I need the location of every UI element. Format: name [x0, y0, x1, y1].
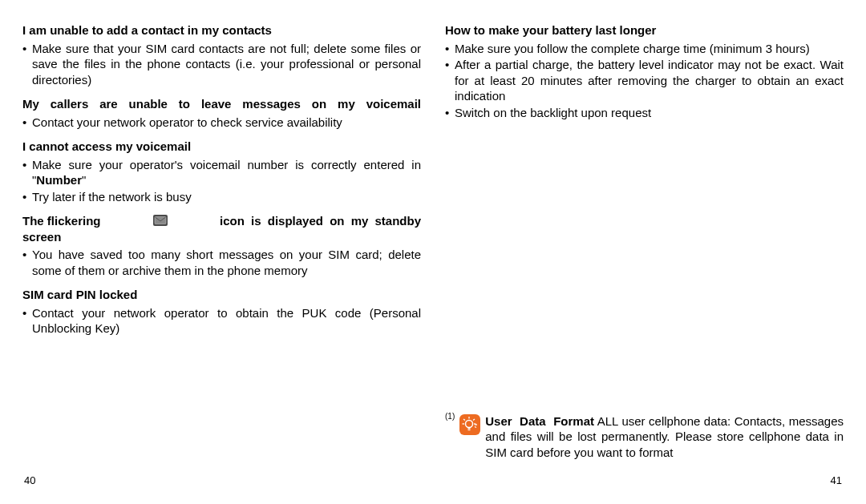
right-column: How to make your battery last longer Mak… — [445, 22, 844, 460]
page-number-right: 41 — [831, 474, 842, 488]
heading-cannot-access-voicemail: I cannot access my voicemail — [22, 139, 421, 155]
list-unable-add-contact: Make sure that your SIM card contacts ar… — [22, 41, 421, 89]
list-item: You have saved too many short messages o… — [22, 247, 421, 278]
svg-line-12 — [475, 426, 476, 427]
list-battery-last-longer: Make sure you follow the complete charge… — [445, 41, 844, 122]
heading-text: screen — [22, 229, 421, 245]
heading-unable-add-contact: I am unable to add a contact in my conta… — [22, 22, 421, 38]
list-flickering-icon: You have saved too many short messages o… — [22, 247, 421, 279]
list-item: Switch on the backlight upon request — [445, 105, 844, 121]
list-item: Make sure that your SIM card contacts ar… — [22, 41, 421, 88]
list-cannot-access-voicemail: Make sure your operator's voicemail numb… — [22, 157, 421, 206]
list-item: Make sure you follow the complete charge… — [445, 41, 844, 57]
svg-rect-2 — [459, 414, 480, 435]
heading-callers-voicemail: My callers are unable to leave messages … — [22, 96, 421, 112]
footnote-text: User Data Format ALL user cellphone data… — [485, 413, 844, 461]
heading-sim-pin-locked: SIM card PIN locked — [22, 287, 421, 303]
heading-text: The flickering — [22, 213, 101, 229]
page-number-left: 40 — [24, 474, 35, 488]
list-item: Make sure your operator's voicemail numb… — [22, 157, 421, 188]
list-callers-voicemail: Contact your network operator to check s… — [22, 115, 421, 131]
footnote: (1) User Data Format ALL user ce — [445, 413, 844, 461]
footnote-number: (1) — [445, 411, 455, 421]
heading-battery-last-longer: How to make your battery last longer — [445, 22, 844, 38]
lightbulb-icon — [459, 414, 480, 435]
list-item: Contact your network operator to obtain … — [22, 305, 421, 337]
page-numbers: 40 41 — [22, 474, 844, 488]
list-item: Contact your network operator to check s… — [22, 115, 421, 131]
heading-flickering-icon: The flickering icon is displayed on my s… — [22, 213, 421, 244]
envelope-icon — [153, 215, 168, 226]
svg-rect-5 — [468, 429, 471, 430]
list-item: Try later if the network is busy — [22, 189, 421, 205]
heading-text: icon is displayed on my standby — [220, 213, 421, 229]
svg-rect-4 — [468, 427, 471, 429]
list-sim-pin-locked: Contact your network operator to obtain … — [22, 305, 421, 337]
left-column: I am unable to add a contact in my conta… — [22, 22, 421, 460]
list-item: After a partial charge, the battery leve… — [445, 57, 844, 104]
